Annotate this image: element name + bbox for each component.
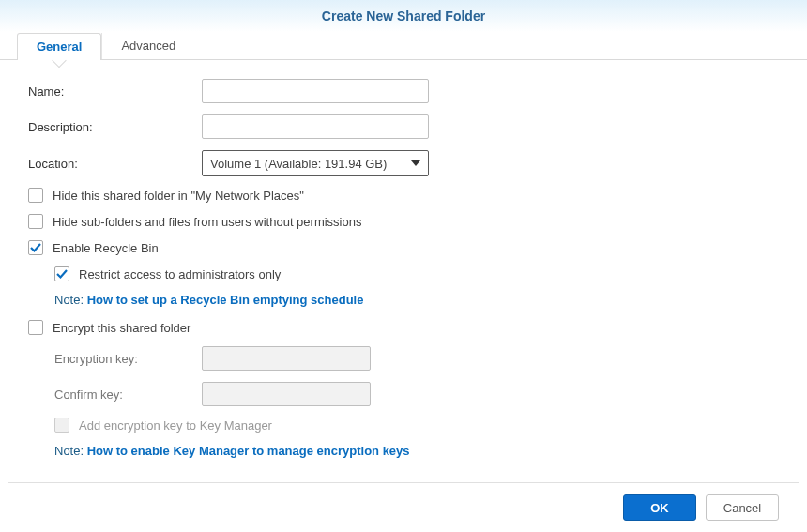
checkbox-restrict-admins[interactable] (54, 266, 69, 281)
tab-bar: General Advanced (0, 32, 807, 60)
location-select[interactable]: Volume 1 (Available: 191.94 GB) (202, 150, 429, 176)
label-restrict-admins: Restrict access to administrators only (79, 267, 281, 281)
dialog-title: Create New Shared Folder (0, 0, 807, 32)
cancel-button-label: Cancel (723, 501, 761, 515)
note-prefix: Note: (54, 293, 87, 307)
checkbox-encrypt-folder[interactable] (28, 320, 43, 335)
note-key-manager: Note: How to enable Key Manager to manag… (54, 444, 779, 458)
tab-general-label: General (37, 39, 82, 53)
label-encrypt-folder: Encrypt this shared folder (53, 321, 190, 335)
note-prefix-2: Note: (54, 444, 87, 458)
dialog-footer: OK Cancel (8, 482, 799, 532)
checkbox-enable-recycle-bin[interactable] (28, 240, 43, 255)
name-input[interactable] (202, 79, 429, 103)
tab-general[interactable]: General (17, 33, 101, 60)
cancel-button[interactable]: Cancel (706, 494, 779, 521)
link-recycle-schedule[interactable]: How to set up a Recycle Bin emptying sch… (87, 293, 364, 307)
label-enable-recycle-bin: Enable Recycle Bin (53, 241, 159, 255)
checkbox-hide-subfolders[interactable] (28, 214, 43, 229)
location-select-value: Volume 1 (Available: 191.94 GB) (210, 157, 387, 171)
encryption-key-input[interactable] (202, 346, 371, 371)
description-input[interactable] (202, 114, 429, 139)
label-hide-subfolders: Hide sub-folders and files from users wi… (53, 215, 361, 229)
label-description: Description: (28, 120, 202, 134)
dialog-create-shared-folder: Create New Shared Folder General Advance… (0, 0, 807, 532)
ok-button-label: OK (650, 501, 669, 515)
dialog-title-text: Create New Shared Folder (322, 8, 485, 23)
label-location: Location: (28, 157, 202, 171)
ok-button[interactable]: OK (623, 494, 696, 521)
confirm-key-input[interactable] (202, 382, 371, 406)
label-hide-network-places: Hide this shared folder in "My Network P… (53, 189, 304, 203)
chevron-down-icon (411, 160, 420, 166)
note-recycle: Note: How to set up a Recycle Bin emptyi… (54, 293, 779, 307)
label-name: Name: (28, 84, 202, 99)
label-encryption-key: Encryption key: (54, 352, 202, 366)
link-key-manager[interactable]: How to enable Key Manager to manage encr… (87, 444, 410, 458)
tab-advanced[interactable]: Advanced (101, 33, 194, 59)
checkbox-hide-network-places[interactable] (28, 188, 43, 203)
label-add-key-manager: Add encryption key to Key Manager (79, 418, 272, 433)
tab-content-general: Name: Description: Location: Volume 1 (A… (0, 60, 807, 482)
checkbox-add-key-manager (54, 418, 69, 433)
label-confirm-key: Confirm key: (54, 388, 202, 402)
tab-advanced-label: Advanced (121, 38, 175, 53)
